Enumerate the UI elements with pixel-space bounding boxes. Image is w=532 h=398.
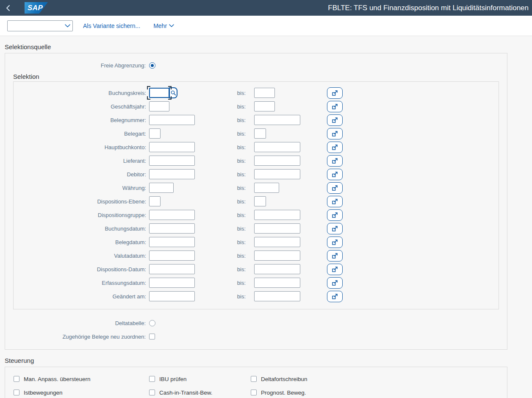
range-from-input[interactable] [149, 183, 174, 193]
multiple-selection-button[interactable] [327, 101, 343, 112]
control-option: IBU prüfen [149, 372, 251, 386]
range-from-field [149, 223, 195, 234]
range-to-input[interactable] [254, 115, 300, 125]
reassign-documents-checkbox[interactable] [149, 334, 155, 340]
range-from-input[interactable] [149, 237, 195, 247]
range-to-input[interactable] [254, 250, 300, 261]
multiple-selection-button[interactable] [327, 264, 343, 275]
range-to-input[interactable] [254, 156, 300, 166]
range-from-input[interactable] [149, 101, 169, 111]
field-label: Hauptbuchkonto: [14, 144, 148, 150]
delta-table-radio[interactable] [149, 320, 155, 326]
field-label: Belegdatum: [14, 239, 148, 245]
range-from-input[interactable] [149, 169, 195, 179]
control-option: Man. Anpass. übersteuern [14, 372, 149, 386]
range-to-input[interactable] [254, 264, 300, 274]
control-checkbox[interactable] [14, 376, 19, 382]
range-from-field [149, 128, 161, 139]
multiselection-arrow-icon [331, 117, 338, 124]
range-from-field [149, 169, 195, 179]
range-from-input[interactable] [149, 128, 161, 139]
control-checkbox[interactable] [149, 390, 155, 395]
multiple-selection-button[interactable] [327, 291, 343, 302]
multiple-selection-button[interactable] [327, 196, 343, 207]
reassign-documents-row: Zugehörige Belege neu zuordnen: [5, 330, 507, 343]
range-from-input[interactable] [149, 250, 195, 261]
range-from-input[interactable] [149, 264, 195, 274]
multiple-selection-button[interactable] [327, 250, 343, 262]
multiple-selection-button[interactable] [327, 114, 343, 126]
range-from-input[interactable] [149, 223, 195, 234]
range-to-input[interactable] [254, 169, 300, 179]
variant-combobox[interactable] [7, 20, 73, 31]
control-checkbox[interactable] [251, 390, 257, 395]
range-to-input[interactable] [254, 291, 300, 301]
range-from-input[interactable] [149, 115, 195, 125]
range-from-field [149, 196, 161, 206]
multiple-selection-button[interactable] [327, 87, 343, 99]
range-from-input[interactable] [149, 142, 195, 152]
range-from-input[interactable] [149, 196, 161, 206]
field-label: Dispositions-Datum: [14, 266, 148, 273]
control-checkbox[interactable] [14, 390, 19, 395]
multiselection-arrow-icon [331, 279, 338, 287]
multiple-selection-button[interactable] [327, 155, 343, 167]
range-to-input[interactable] [254, 88, 275, 98]
selection-panel: Buchungskreis: bis: [13, 81, 499, 309]
selection-row: Hauptbuchkonto: bis: [14, 140, 499, 154]
selection-row: Erfassungsdatum: bis: [14, 276, 499, 289]
bis-label: bis: [233, 131, 254, 137]
range-to-input[interactable] [254, 128, 266, 139]
multiple-selection-button[interactable] [327, 237, 343, 248]
range-from-input[interactable] [149, 291, 195, 301]
save-variant-button[interactable]: Als Variante sichern... [83, 22, 140, 29]
more-menu-button[interactable]: Mehr [153, 22, 174, 29]
chevron-down-icon [169, 24, 174, 28]
control-checkbox[interactable] [149, 376, 155, 382]
multiple-selection-button[interactable] [327, 277, 343, 289]
range-from-input[interactable] [149, 278, 195, 288]
free-selection-radio[interactable] [149, 62, 155, 69]
multiple-selection-button[interactable] [327, 169, 343, 180]
selection-row: Geschäftsjahr: bis: [14, 100, 499, 113]
control-checkbox[interactable] [251, 376, 257, 382]
section-title-steuerung: Steuerung [5, 350, 532, 365]
variant-input[interactable] [8, 21, 62, 31]
selection-row: Dispositions-Datum: bis: [14, 262, 499, 276]
range-from-input[interactable] [149, 88, 169, 98]
bis-label: bis: [233, 293, 254, 300]
multiple-selection-button[interactable] [327, 182, 343, 194]
control-option: Istbewegungen [14, 386, 149, 398]
more-menu-label: Mehr [153, 22, 167, 29]
range-to-input[interactable] [254, 237, 300, 247]
delta-table-label: Deltatabelle: [5, 320, 148, 326]
range-to-input[interactable] [254, 101, 275, 111]
selection-rows: Buchungskreis: bis: [14, 86, 499, 303]
range-from-input[interactable] [149, 210, 195, 220]
section-title-selektion: Selektion [13, 73, 507, 81]
back-button[interactable] [0, 0, 16, 16]
multiple-selection-button[interactable] [327, 209, 343, 221]
field-label: Lieferant: [14, 158, 148, 164]
range-to-input[interactable] [254, 223, 300, 234]
multiselection-arrow-icon [331, 266, 338, 273]
multiselection-arrow-icon [331, 184, 338, 192]
multiple-selection-button[interactable] [327, 142, 343, 153]
field-label: Erfassungsdatum: [14, 280, 148, 286]
range-to-input[interactable] [254, 196, 266, 206]
field-label: Geändert am: [14, 293, 148, 300]
range-from-field [149, 250, 195, 261]
range-to-input[interactable] [254, 183, 279, 193]
multiple-selection-button[interactable] [327, 128, 343, 139]
selection-row: Debitor: bis: [14, 167, 499, 181]
free-selection-label: Freie Abgrenzung: [5, 62, 148, 69]
field-label: Debitor: [14, 171, 148, 178]
chevron-down-icon[interactable] [62, 24, 72, 28]
range-to-input[interactable] [254, 210, 300, 220]
range-from-input[interactable] [149, 156, 195, 166]
selection-row: Dispositions-Ebene: bis: [14, 195, 499, 208]
range-from-field [149, 156, 195, 166]
multiple-selection-button[interactable] [327, 223, 343, 234]
range-to-input[interactable] [254, 278, 300, 288]
range-to-input[interactable] [254, 142, 300, 152]
